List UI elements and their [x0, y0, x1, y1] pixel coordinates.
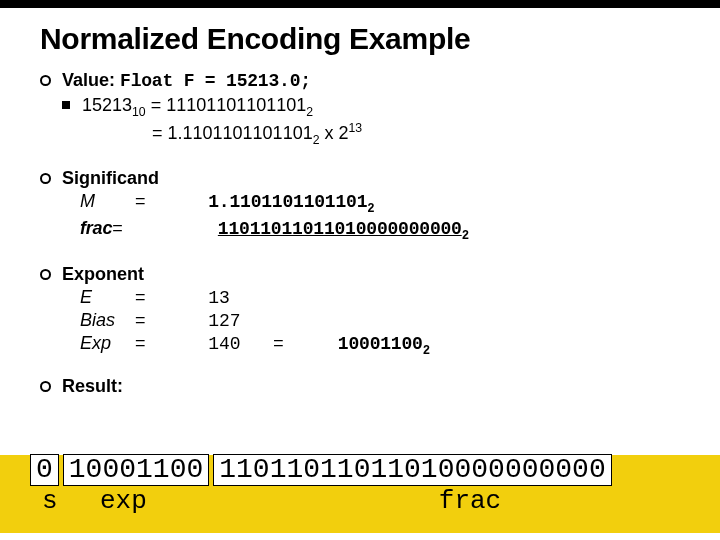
exponent-exp-lbl: Exp — [80, 333, 135, 354]
value-line1-eq: = 11101101101101 — [146, 95, 307, 115]
slide-title: Normalized Encoding Example — [40, 22, 720, 56]
bullet-exponent: Exponent — [40, 264, 720, 285]
result-box-exp: 10001100 — [63, 454, 209, 486]
result-box-frac: 11011011011010000000000 — [213, 454, 611, 486]
value-line2-mul: x 2 — [319, 123, 348, 143]
significand-frac-eq: = — [112, 218, 142, 239]
exponent-exp-sub: 2 — [423, 344, 430, 358]
significand-frac-val-text: 11011011011010000000000 — [218, 219, 462, 239]
exponent-e-val: 13 — [208, 288, 230, 308]
top-black-band — [0, 0, 720, 8]
value-code: Float F = 15213.0; — [120, 71, 311, 91]
bullet-result: Result: — [40, 376, 720, 397]
result-labels: sexpfrac — [30, 486, 670, 516]
value-heading: Value: — [62, 70, 120, 90]
exponent-e-lbl: E — [80, 287, 135, 308]
value-line1-left: 15213 — [82, 95, 132, 115]
result-label-s: s — [30, 486, 90, 516]
value-line2-eq: = 1.1101101101101 — [152, 123, 313, 143]
value-line1: 1521310 = 111011011011012 — [62, 95, 720, 119]
exponent-e-line: E= 13 — [80, 287, 720, 308]
exponent-exp-val: 140 — [208, 334, 240, 354]
significand-frac-val: 110110110110100000000002 — [218, 219, 469, 243]
exponent-bias-lbl: Bias — [80, 310, 135, 331]
bullet-value: Value: Float F = 15213.0; — [40, 70, 720, 91]
result-label-frac: frac — [270, 486, 670, 516]
slide-body: Normalized Encoding Example Value: Float… — [0, 8, 720, 397]
significand-m-val-text: 1.1101101101101 — [208, 192, 367, 212]
exponent-exp-bin: 100011002 — [338, 334, 430, 358]
result-label-exp: exp — [90, 486, 270, 516]
exponent-bias-line: Bias= 127 — [80, 310, 720, 331]
result-box-s: 0 — [30, 454, 59, 486]
significand-m-line: M= 1.11011011011012 — [80, 191, 720, 216]
significand-frac-sub: 2 — [462, 228, 469, 242]
value-line1-sub2: 2 — [306, 105, 313, 119]
significand-frac-lbl: frac — [80, 218, 112, 238]
exponent-bias-eq: = — [135, 310, 165, 331]
exponent-e-eq: = — [135, 287, 165, 308]
significand-m-sub: 2 — [367, 202, 374, 216]
significand-m-lbl: M — [80, 191, 135, 212]
significand-m-val: 1.11011011011012 — [208, 192, 374, 216]
exponent-exp-eq: = — [135, 333, 165, 354]
significand-frac-line: frac= 110110110110100000000002 — [80, 218, 720, 243]
exponent-exp-bin-text: 10001100 — [338, 334, 423, 354]
significand-m-eq: = — [135, 191, 165, 212]
value-line2-sup: 13 — [349, 121, 363, 135]
result-row: 01000110011011011011010000000000 — [30, 454, 616, 486]
bullet-significand: Significand — [40, 168, 720, 189]
exponent-exp-line: Exp= 140 = 100011002 — [80, 333, 720, 358]
value-line1-sub: 10 — [132, 105, 146, 119]
exponent-bias-val: 127 — [208, 311, 240, 331]
value-line2: = 1.11011011011012 x 213 — [152, 121, 720, 147]
